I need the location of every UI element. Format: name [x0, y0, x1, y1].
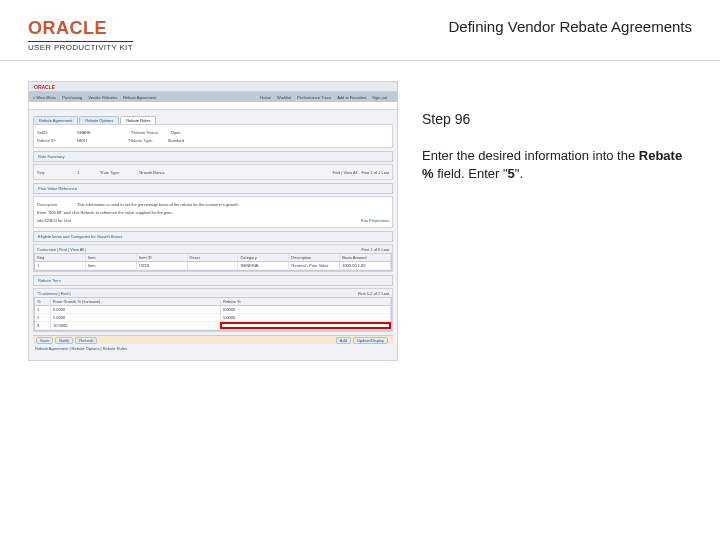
col-item: Item: [86, 254, 137, 261]
footer-links[interactable]: Rebate Agreement | Rebate Options | Reba…: [29, 344, 397, 352]
table-row: 3 10.0000: [35, 322, 391, 330]
ruletype-label: *Rule Type:: [99, 170, 139, 175]
tiers-table: % From Growth % (Inclusive) Rebate % 1 0…: [34, 297, 392, 331]
eligible-customize[interactable]: Customize | Find | View All |: [37, 247, 86, 252]
crumb[interactable]: < Main Menu: [33, 95, 56, 100]
menu-link[interactable]: Sign out: [372, 95, 387, 100]
run-projections-link[interactable]: Run Projections: [361, 218, 389, 223]
col-basis: Basis Amount: [340, 254, 391, 261]
rebid-label: Rebate ID:: [37, 138, 77, 143]
oracle-logo-text: ORACLE: [28, 18, 133, 39]
tab-row: Rebate Agreement Rebate Options Rebate R…: [33, 114, 397, 124]
crumb[interactable]: Rebate Agreement: [123, 95, 156, 100]
rule-summary-header[interactable]: Rule Summary: [33, 151, 393, 162]
col-description: Description: [289, 254, 340, 261]
step-label: Step 96: [422, 111, 692, 127]
col-category: Category: [238, 254, 289, 261]
rebstatus-value[interactable]: Open: [171, 130, 181, 135]
instr-prefix: Enter the desired information into the: [422, 148, 639, 163]
content-area: ORACLE < Main Menu Purchasing Vendor Reb…: [0, 61, 720, 381]
col-descr: Descr: [188, 254, 239, 261]
crumb[interactable]: Vendor Rebates: [88, 95, 117, 100]
rebid-value: NEXT: [77, 138, 88, 143]
menu-link[interactable]: Worklist: [277, 95, 291, 100]
instruction-text: Enter the desired information into the R…: [422, 147, 692, 182]
pvr-panel: Description: This information is used to…: [33, 196, 393, 228]
instr-mid: field. Enter ": [434, 166, 508, 181]
instr-suffix: ".: [515, 166, 523, 181]
pvr-header[interactable]: Prior Value Reference: [33, 183, 393, 194]
menu-link[interactable]: Performance Trace: [297, 95, 331, 100]
rule-find[interactable]: Find | View All: [332, 170, 357, 175]
rule-nav[interactable]: First 1 of 1 Last: [361, 170, 389, 175]
col-from-growth: From Growth % (Inclusive): [51, 298, 221, 305]
app-topbar: ORACLE: [29, 82, 397, 92]
tab-rebate-agreement[interactable]: Rebate Agreement: [33, 116, 78, 124]
tiers-customize[interactable]: *Customize | Find |: [37, 291, 71, 296]
col-itemid: Item ID: [137, 254, 188, 261]
refresh-button[interactable]: Refresh: [75, 337, 97, 344]
col-pct: %: [35, 298, 51, 305]
notify-button[interactable]: Notify: [55, 337, 73, 344]
app-breadcrumb: < Main Menu Purchasing Vendor Rebates Re…: [29, 92, 397, 102]
tiers-nav[interactable]: First 1-2 of 2 Last: [358, 291, 389, 296]
doc-header: ORACLE USER PRODUCTIVITY KIT Defining Ve…: [0, 0, 720, 61]
header-panel: SetID: SHARE *Rebate Status: Open Rebate…: [33, 124, 393, 148]
menu-link[interactable]: Home: [260, 95, 271, 100]
ruletype-value[interactable]: Growth Bonus: [139, 170, 164, 175]
seq-value: 1: [77, 170, 79, 175]
eligible-header[interactable]: Eligible Items and Categories for Growth…: [33, 231, 393, 242]
rebate-percent-input[interactable]: [220, 322, 392, 329]
col-rebate-pct: Rebate %: [221, 298, 391, 305]
add-button[interactable]: Add: [336, 337, 351, 344]
upk-label: USER PRODUCTIVITY KIT: [28, 41, 133, 52]
sub-bar: [29, 102, 397, 110]
info-link: info 4230.0 for Unit: [37, 218, 71, 223]
table-row: 1 Item 10001 GENERAL General - Prior Val…: [35, 262, 391, 270]
tiers-panel: *Customize | Find | First 1-2 of 2 Last …: [33, 288, 393, 332]
update-display-button[interactable]: Update/Display: [353, 337, 388, 344]
table-row: 2 5.0000 5.0000: [35, 314, 391, 322]
pvr-desc: This information is used to set the perc…: [77, 202, 239, 207]
eligible-nav[interactable]: First 1 of 5 Last: [361, 247, 389, 252]
col-seq: Seq: [35, 254, 86, 261]
menu-link[interactable]: Add to Favorites: [337, 95, 366, 100]
eligible-panel: Customize | Find | View All | First 1 of…: [33, 244, 393, 272]
footer-bar: Save Notify Refresh Add Update/Display: [33, 335, 393, 344]
pvr-desc-label: Description:: [37, 202, 77, 207]
oracle-logo: ORACLE USER PRODUCTIVITY KIT: [28, 18, 133, 52]
tab-rebate-rules[interactable]: Rebate Rules: [120, 116, 156, 124]
rule-summary-panel: Seq: 1 *Rule Type: Growth Bonus Find | V…: [33, 164, 393, 180]
pvr-info: Enter "000.00" and click Refresh to refe…: [37, 210, 173, 215]
crumb[interactable]: Purchasing: [62, 95, 82, 100]
rebtype-label: *Rebate Type:: [128, 138, 168, 143]
rebstatus-label: *Rebate Status:: [131, 130, 171, 135]
seq-label: Seq:: [37, 170, 77, 175]
instr-value: 5: [508, 166, 515, 181]
save-button[interactable]: Save: [36, 337, 53, 344]
rebtype-value[interactable]: Standard: [168, 138, 184, 143]
tab-rebate-options[interactable]: Rebate Options: [79, 116, 119, 124]
table-row: 1 0.0000 0.0000: [35, 306, 391, 314]
setid-label: SetID:: [37, 130, 77, 135]
doc-title: Defining Vendor Rebate Agreements: [449, 18, 693, 35]
eligible-table: Seq Item Item ID Descr Category Descript…: [34, 253, 392, 271]
app-screenshot: ORACLE < Main Menu Purchasing Vendor Reb…: [28, 81, 398, 361]
app-logo: ORACLE: [34, 84, 55, 90]
instruction-panel: Step 96 Enter the desired information in…: [398, 81, 692, 182]
setid-value: SHARE: [77, 130, 91, 135]
tiers-header[interactable]: Rebate Tiers: [33, 275, 393, 286]
